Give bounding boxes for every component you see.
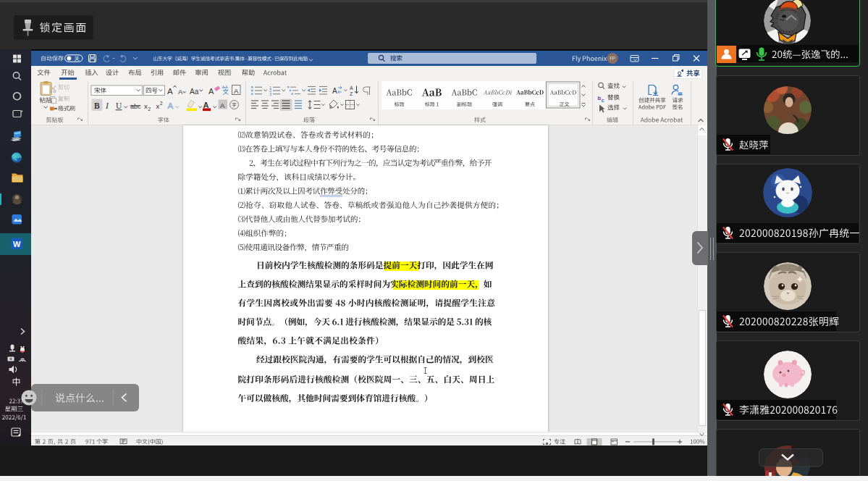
svg-text:A: A [332,87,337,95]
svg-text:A: A [167,87,173,96]
svg-text:Z: Z [350,91,353,96]
svg-text:A: A [234,87,239,95]
svg-text:U: U [116,101,122,110]
svg-text:c: c [602,97,604,104]
svg-text:3: 3 [269,92,271,96]
svg-text:A: A [208,87,214,96]
svg-text:Aa: Aa [190,88,199,96]
svg-text:x: x [156,102,160,110]
svg-text:I: I [105,101,109,110]
svg-text:A: A [203,101,209,109]
svg-text:A: A [220,101,225,109]
svg-text:abc: abc [130,103,141,110]
svg-text:B: B [94,101,100,110]
svg-text:2: 2 [148,106,151,112]
svg-text:A: A [168,101,174,110]
svg-text:W: W [13,240,21,248]
svg-text:A: A [178,88,183,96]
svg-text:2: 2 [160,101,163,106]
svg-text:x: x [144,102,148,110]
svg-text:A: A [350,85,353,91]
